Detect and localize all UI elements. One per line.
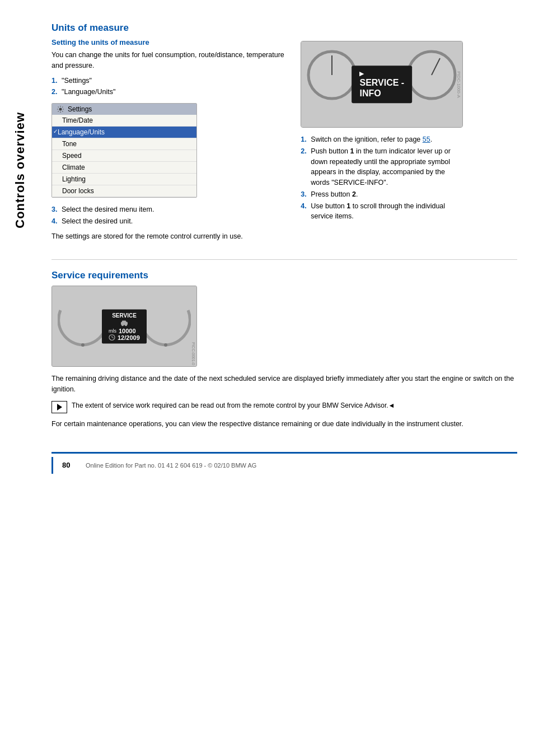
sd-mls: mls xyxy=(109,328,116,333)
units-intro-text: You can change the units for fuel consum… xyxy=(51,50,289,71)
units-step-2: 2. "Language/Units" xyxy=(51,87,289,97)
units-step-4: 4. Select the desired unit. xyxy=(51,216,289,227)
si-step-1: 1. Switch on the ignition, refer to page… xyxy=(301,134,463,145)
units-steps-list: 1. "Settings" 2. "Language/Units" xyxy=(51,76,289,98)
step-num-1: 1. xyxy=(51,76,59,86)
units-step-1: 1. "Settings" xyxy=(51,76,289,86)
step-text-3: Select the desired menu item. xyxy=(62,204,154,215)
service-info-steps: 1. Switch on the ignition, refer to page… xyxy=(301,134,463,223)
svg-point-9 xyxy=(125,324,127,326)
svg-point-0 xyxy=(59,108,62,111)
step-text-2: "Language/Units" xyxy=(62,87,115,97)
sidebar: Controls overview xyxy=(0,0,40,756)
service-info-display: ▶ SERVICE - INFO xyxy=(352,66,412,103)
units-post-text: The settings are stored for the remote c… xyxy=(51,231,289,242)
units-section: Units of measure Setting the units of me… xyxy=(51,22,289,246)
units-steps-list-2: 3. Select the desired menu item. 4. Sele… xyxy=(51,204,289,227)
svg-point-5 xyxy=(81,343,85,347)
note-icon-box xyxy=(51,401,67,413)
si-text-3: Press button 2. xyxy=(311,189,358,200)
service-req-body2: For certain maintenance operations, you … xyxy=(51,419,517,430)
sd-mileage: 10000 xyxy=(119,327,136,334)
note-box: The extent of service work required can … xyxy=(51,400,517,413)
si-step-3: 3. Press button 2. xyxy=(301,189,463,200)
si-num-3: 3. xyxy=(301,189,308,200)
page-container: Controls overview Units of measure Setti… xyxy=(0,0,534,756)
sd-car-icon xyxy=(120,319,129,326)
sidebar-label: Controls overview xyxy=(13,112,27,228)
sd-date: 12/2009 xyxy=(118,334,140,340)
menu-item-lighting: Lighting xyxy=(52,174,196,185)
service-text-line2: INFO xyxy=(359,88,404,99)
section-divider xyxy=(51,259,517,260)
settings-menu-illustration: Settings Time/Date Language/Units Tone S… xyxy=(51,103,197,198)
svg-rect-10 xyxy=(122,320,126,323)
service-req-title: Service requirements xyxy=(51,270,517,281)
menu-item-climate: Climate xyxy=(52,162,196,174)
service-req-body1: The remaining driving distance and the d… xyxy=(51,374,517,395)
settings-menu-title: Settings xyxy=(68,105,92,113)
menu-item-timedate: Time/Date xyxy=(52,115,196,127)
step-num-2: 2. xyxy=(51,87,59,97)
sd-right-gauge xyxy=(140,295,191,351)
main-content: Units of measure Setting the units of me… xyxy=(40,0,534,756)
sd-image-ref: PICC-0001-0 xyxy=(191,342,195,365)
si-step-4: 4. Use button 1 to scroll through the in… xyxy=(301,201,463,222)
si-text-1: Switch on the ignition, refer to page 55… xyxy=(311,134,432,145)
si-num-2: 2. xyxy=(301,146,308,188)
sd-inner: SERVICE mls 10000 xyxy=(52,286,196,366)
gear-icon xyxy=(57,105,64,113)
service-text-line1: SERVICE - xyxy=(359,77,404,88)
svg-point-6 xyxy=(164,343,167,347)
settings-menu-header: Settings xyxy=(52,104,196,115)
step-text-4: Select the desired unit. xyxy=(62,216,133,227)
sd-icon-row xyxy=(109,319,140,326)
right-speedo xyxy=(404,47,460,103)
step-num-3: 3. xyxy=(51,204,59,215)
blue-bar-decoration xyxy=(51,457,53,474)
service-arrow: ▶ xyxy=(359,70,404,77)
step-text-1: "Settings" xyxy=(62,76,92,86)
sd-center-display: SERVICE mls 10000 xyxy=(102,309,147,343)
service-info-section: ▶ SERVICE - INFO PIDC-1000-A 1. Switch o… xyxy=(301,22,517,246)
si-text-2: Push button 1 in the turn indicator leve… xyxy=(311,146,463,188)
page-footer: 80 Online Edition for Part no. 01 41 2 6… xyxy=(51,452,517,474)
sd-service-label: SERVICE xyxy=(109,312,140,318)
page-number: 80 xyxy=(62,461,79,469)
top-section: Units of measure Setting the units of me… xyxy=(51,22,517,246)
service-requirements-section: Service requirements xyxy=(51,270,517,429)
units-subsection-title: Setting the units of measure xyxy=(51,38,289,46)
units-title: Units of measure xyxy=(51,22,289,34)
si-num-1: 1. xyxy=(301,134,308,145)
menu-item-language: Language/Units xyxy=(52,127,196,138)
dashboard-illustration: ▶ SERVICE - INFO PIDC-1000-A xyxy=(301,41,463,128)
sd-clock-icon xyxy=(109,334,115,340)
units-step-3: 3. Select the desired menu item. xyxy=(51,204,289,215)
svg-point-8 xyxy=(121,324,124,326)
step-num-4: 4. xyxy=(51,216,59,227)
si-text-4: Use button 1 to scroll through the indiv… xyxy=(311,201,463,222)
menu-item-speed: Speed xyxy=(52,150,196,162)
sd-left-gauge xyxy=(58,295,108,351)
si-num-4: 4. xyxy=(301,201,308,222)
si-step-2: 2. Push button 1 in the turn indicator l… xyxy=(301,146,463,188)
note-text: The extent of service work required can … xyxy=(72,400,395,410)
arrow-icon: ▶ xyxy=(359,70,364,77)
menu-item-doorlocks: Door locks xyxy=(52,185,196,197)
dashboard-inner: ▶ SERVICE - INFO PIDC-1000-A xyxy=(301,41,462,127)
menu-item-tone: Tone xyxy=(52,138,196,150)
image-ref: PIDC-1000-A xyxy=(456,71,461,98)
footer-text: Online Edition for Part no. 01 41 2 604 … xyxy=(86,462,256,469)
note-arrow-icon xyxy=(57,404,62,410)
settings-menu-list: Time/Date Language/Units Tone Speed Clim… xyxy=(52,115,196,197)
svg-line-13 xyxy=(112,337,114,338)
service-dashboard-illustration: SERVICE mls 10000 xyxy=(51,286,197,367)
